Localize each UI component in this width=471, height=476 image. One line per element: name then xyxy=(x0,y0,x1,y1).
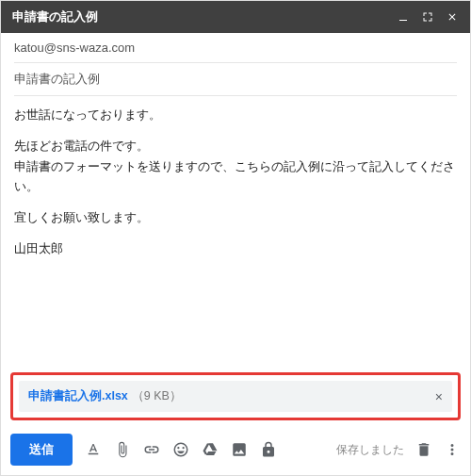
attach-icon[interactable] xyxy=(114,441,131,458)
attachment-remove-icon[interactable]: × xyxy=(435,389,443,404)
attachment-chip[interactable]: 申請書記入例.xlsx （9 KB） × xyxy=(19,381,452,412)
expand-icon[interactable] xyxy=(421,10,434,24)
drive-icon[interactable] xyxy=(202,441,219,458)
body-line: お世話になっております。 xyxy=(14,106,457,125)
compose-title: 申請書の記入例 xyxy=(12,8,397,25)
format-icon[interactable] xyxy=(85,441,102,458)
header-actions xyxy=(397,10,459,24)
compose-window: 申請書の記入例 katou@sns-waza.com 申請書の記入例 お世話にな… xyxy=(0,0,471,476)
emoji-icon[interactable] xyxy=(172,441,189,458)
attachment-highlight: 申請書記入例.xlsx （9 KB） × xyxy=(10,372,461,420)
toolbar-right: 保存しました xyxy=(336,441,461,458)
compose-fields: katou@sns-waza.com 申請書の記入例 xyxy=(1,33,470,96)
more-icon[interactable] xyxy=(444,441,461,458)
to-field[interactable]: katou@sns-waza.com xyxy=(14,33,457,63)
svg-rect-0 xyxy=(399,20,407,21)
body-text: 先ほどお電話の件です。 xyxy=(14,140,149,153)
send-button[interactable]: 送信 xyxy=(10,434,73,466)
saved-label: 保存しました xyxy=(336,443,404,457)
link-icon[interactable] xyxy=(143,441,160,458)
compose-toolbar: 送信 保存しました xyxy=(1,426,470,475)
signature: 山田太郎 xyxy=(14,239,457,259)
compose-body[interactable]: お世話になっております。 先ほどお電話の件です。 申請書のフォーマットを送ります… xyxy=(1,96,470,372)
body-line: 先ほどお電話の件です。 申請書のフォーマットを送りますので、こちらの記入例に沿っ… xyxy=(14,137,457,197)
lock-icon[interactable] xyxy=(260,441,277,458)
close-icon[interactable] xyxy=(446,10,459,24)
photo-icon[interactable] xyxy=(231,441,248,458)
attachment-name: 申請書記入例.xlsx xyxy=(28,388,128,404)
body-text: 申請書のフォーマットを送りますので、こちらの記入例に沿って記入してください。 xyxy=(14,160,455,193)
attachment-size: （9 KB） xyxy=(132,388,182,404)
subject-field[interactable]: 申請書の記入例 xyxy=(14,63,457,96)
compose-header: 申請書の記入例 xyxy=(1,1,470,33)
minimize-icon[interactable] xyxy=(397,10,410,24)
body-line: 宜しくお願い致します。 xyxy=(14,208,457,228)
trash-icon[interactable] xyxy=(415,441,432,458)
